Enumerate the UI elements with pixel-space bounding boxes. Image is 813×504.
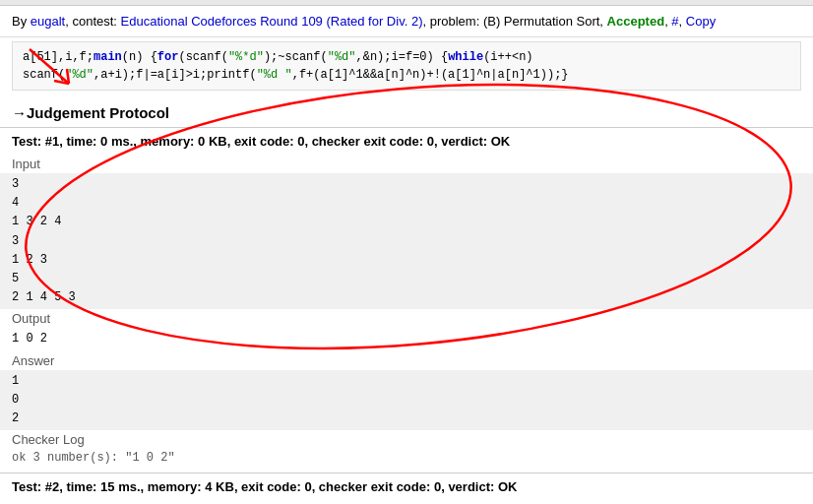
test1-answer-content: 1 0 2 (0, 370, 813, 431)
code-var: a[51],i,f; (23, 50, 94, 64)
test1-answer-label: Answer (0, 351, 813, 370)
problem-prefix: , problem: (B) Permutation Sort, (422, 14, 606, 29)
code-while: while (448, 50, 483, 64)
code-str1: "%*d" (228, 50, 264, 64)
test1-input-label: Input (0, 155, 813, 173)
test1-checker-label: Checker Log (0, 430, 813, 449)
page-wrapper: By eugalt, contest: Educational Codeforc… (0, 0, 813, 504)
code-text4: ,&n);i=f=0) { (356, 50, 449, 64)
verdict-badge: Accepted (607, 14, 665, 29)
code-block: a[51],i,f;main(n) {for(scanf("%*d");~sca… (12, 41, 801, 91)
test1-output-label: Output (0, 309, 813, 328)
code-text7: ,f+(a[1]^1&&a[n]^n)+!(a[1]^n|a[n]^1));} (292, 68, 569, 82)
code-text6: ,a+i);f|=a[i]>i;printf( (94, 68, 257, 82)
header-sep2: , (679, 14, 686, 29)
author-link[interactable]: eugalt (31, 14, 65, 29)
code-text2: (scanf( (178, 50, 227, 64)
test1-header: Test: #1, time: 0 ms., memory: 0 KB, exi… (0, 128, 813, 155)
test1-checker-content: ok 3 number(s): "1 0 2" (0, 449, 813, 467)
contest-prefix: , contest: (65, 14, 120, 29)
author-prefix: By (12, 14, 31, 29)
code-str4: "%d " (257, 68, 292, 82)
code-str3: "%d" (65, 68, 94, 82)
code-text1: (n) { (122, 50, 157, 64)
code-for: for (157, 50, 179, 64)
test2-header: Test: #2, time: 15 ms., memory: 4 KB, ex… (0, 473, 813, 500)
submission-header: By eugalt, contest: Educational Codeforc… (0, 6, 813, 37)
judgement-title-text: Judgement Protocol (27, 104, 169, 121)
code-main: main (94, 50, 122, 64)
contest-link[interactable]: Educational Codeforces Round 109 (Rated … (121, 14, 423, 29)
judgement-title: →Judgement Protocol (0, 94, 813, 127)
copy-button[interactable]: Copy (686, 14, 716, 29)
test1-input-content: 3 4 1 3 2 4 3 1 2 3 5 2 1 4 5 3 (0, 173, 813, 309)
code-str2: "%d" (328, 50, 356, 64)
test1-output-content: 1 0 2 (0, 328, 813, 350)
test2-input-label: Input (0, 500, 813, 504)
code-text3: );~scanf( (264, 50, 328, 64)
judgement-arrow: → (12, 104, 27, 121)
hash-link[interactable]: # (671, 14, 678, 29)
